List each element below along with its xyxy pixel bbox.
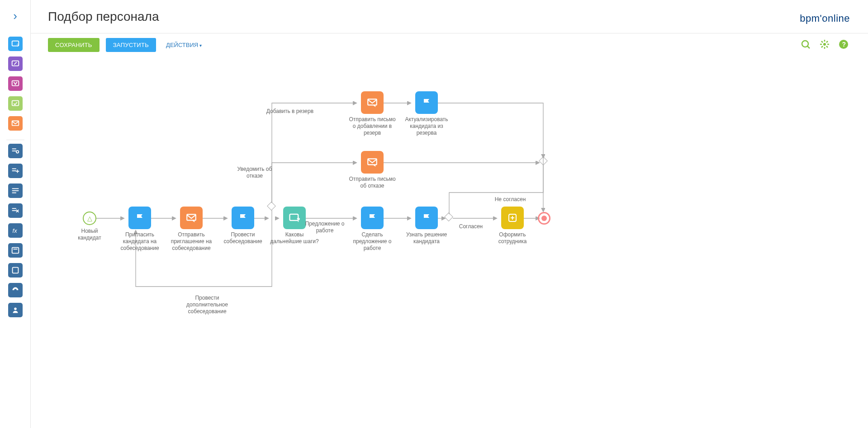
sidebar-expand-icon[interactable]: › [13, 9, 17, 23]
tool-link[interactable] [8, 283, 23, 297]
tool-auto[interactable] [8, 76, 23, 91]
tool-sheet[interactable] [8, 263, 23, 277]
tool-delete[interactable] [8, 203, 23, 218]
task-send-invitation[interactable]: Отправить приглашение на собеседование [166, 207, 216, 252]
tool-user[interactable] [8, 303, 23, 317]
actions-dropdown[interactable]: ДЕЙСТВИЯ [166, 42, 202, 48]
svg-rect-13 [12, 193, 16, 193]
task-mail-reject[interactable]: Отправить письмо об отказе [347, 151, 397, 189]
flow-label-extra-interview: Провести дополнительное собеседование [175, 295, 239, 315]
svg-rect-25 [187, 214, 196, 220]
svg-rect-29 [368, 99, 377, 105]
tool-calc[interactable] [8, 243, 23, 258]
topbar: Подбор персонала [31, 0, 868, 33]
tool-mail[interactable] [8, 116, 23, 131]
svg-point-8 [16, 151, 19, 153]
page-title: Подбор персонала [48, 9, 159, 24]
gateway-merge[interactable] [539, 156, 548, 165]
task-interview[interactable]: Провести собеседование [218, 207, 268, 245]
tool-approve[interactable] [8, 96, 23, 111]
svg-rect-9 [12, 169, 16, 169]
flow-label-agree: Согласен [455, 223, 487, 230]
svg-rect-7 [12, 151, 16, 151]
svg-text:fx: fx [12, 227, 17, 234]
svg-rect-12 [12, 190, 19, 191]
svg-rect-18 [13, 249, 17, 249]
tool-add-record[interactable] [8, 164, 23, 178]
svg-rect-19 [12, 268, 18, 273]
svg-rect-30 [368, 159, 377, 165]
tool-edit[interactable] [8, 56, 23, 71]
svg-point-21 [802, 41, 808, 47]
right-icons: ? [799, 38, 850, 51]
task-mail-reserve[interactable]: Отправить письмо о добавлении в резерв [347, 91, 397, 136]
task-update-reserve[interactable]: Актуализировать кандидата из резерва [402, 91, 451, 136]
flow-label-add-reserve: Добавить в резерв [259, 108, 313, 115]
sidebar: › ? fx [0, 0, 31, 428]
svg-point-22 [823, 43, 826, 46]
task-make-offer[interactable]: Сделать предложение о работе [347, 207, 397, 252]
gear-icon[interactable] [818, 38, 831, 51]
tool-find-record[interactable] [8, 144, 23, 158]
sidebar-separator [6, 140, 24, 140]
svg-rect-15 [12, 210, 16, 211]
flow-label-offer: Предложение о работе [300, 221, 350, 234]
search-icon[interactable] [799, 38, 812, 51]
svg-rect-14 [12, 208, 16, 209]
svg-rect-17 [12, 248, 19, 254]
svg-point-20 [14, 308, 17, 310]
process-canvas[interactable]: △ Новый кандидат Пригласить кандидата на… [31, 56, 868, 428]
save-button[interactable]: СОХРАНИТЬ [48, 38, 100, 52]
svg-rect-11 [12, 188, 19, 189]
brand-logo: bpm'online [800, 13, 850, 24]
end-event[interactable] [537, 212, 551, 225]
flow-label-disagree: Не согласен [490, 196, 531, 203]
tool-question[interactable]: ? [8, 37, 23, 51]
flow-label-notify-deny: Уведомить об отказе [234, 166, 275, 179]
svg-rect-10 [12, 170, 16, 171]
svg-rect-6 [12, 149, 16, 150]
tool-list[interactable] [8, 183, 23, 198]
actionbar: СОХРАНИТЬ ЗАПУСТИТЬ ДЕЙСТВИЯ [31, 33, 868, 56]
run-button[interactable]: ЗАПУСТИТЬ [106, 38, 156, 52]
task-hire[interactable]: Оформить сотрудника [488, 207, 537, 245]
svg-text:?: ? [842, 41, 846, 48]
task-invite[interactable]: Пригласить кандидата на собеседование [115, 207, 165, 252]
tool-formula[interactable]: fx [8, 223, 23, 238]
help-icon[interactable]: ? [837, 38, 850, 51]
svg-text:?: ? [16, 43, 19, 47]
start-event[interactable]: △ Новый кандидат [76, 212, 103, 241]
task-get-decision[interactable]: Узнать решение кандидата [402, 207, 451, 245]
